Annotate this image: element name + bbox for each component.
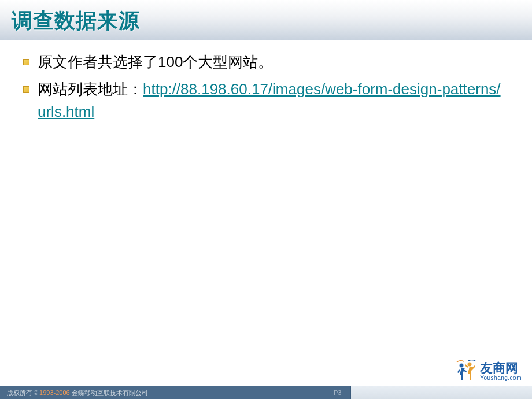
bullet-icon (23, 86, 29, 93)
footer-copyright: 版权所有 © 1993-2006 金蝶移动互联技术有限公司 (0, 386, 324, 399)
logo-sub-text: Youshang.com (480, 375, 522, 381)
copyright-years: 1993-2006 (39, 389, 70, 396)
bullet-text-with-link: 网站列表地址：http://88.198.60.17/images/web-fo… (38, 78, 509, 123)
bullet-icon (23, 59, 29, 65)
slide-content: 原文作者共选择了100个大型网站。 网站列表地址：http://88.198.6… (0, 40, 532, 123)
slide-title: 调查数据来源 (12, 7, 520, 35)
copyright-prefix: 版权所有 (7, 389, 32, 397)
logo: 友商网 Youshang.com (456, 360, 522, 383)
bullet-item: 网站列表地址：http://88.198.60.17/images/web-fo… (23, 78, 509, 123)
copyright-company-name: 金蝶移动互联技术有限公司 (72, 389, 148, 397)
logo-text: 友商网 Youshang.com (480, 362, 522, 381)
bullet-prefix: 网站列表地址： (38, 80, 143, 98)
footer-page-number: P3 (324, 386, 351, 399)
svg-point-1 (468, 363, 472, 367)
svg-point-0 (460, 364, 464, 368)
bullet-text: 原文作者共选择了100个大型网站。 (38, 51, 509, 73)
bullet-item: 原文作者共选择了100个大型网站。 (23, 51, 509, 73)
slide-header: 调查数据来源 (0, 0, 532, 40)
logo-main-text: 友商网 (480, 362, 518, 375)
slide-footer: 版权所有 © 1993-2006 金蝶移动互联技术有限公司 P3 (0, 386, 532, 399)
logo-figure-icon (456, 360, 476, 383)
copyright-symbol: © (34, 389, 38, 396)
footer-spacer (351, 386, 532, 399)
